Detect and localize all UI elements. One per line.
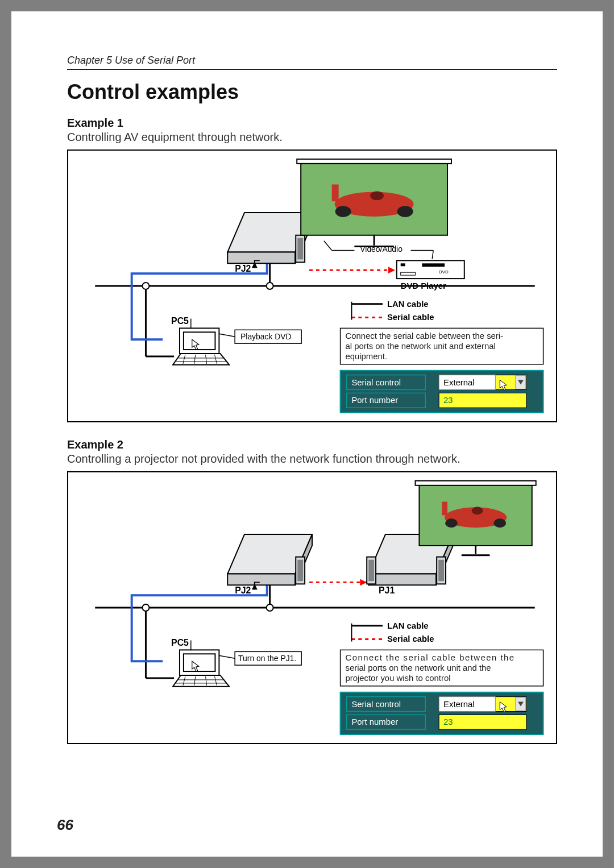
svg-point-78 bbox=[493, 518, 506, 528]
note-l2: serial ports on the network unit and the bbox=[346, 663, 491, 672]
projector-pj2-icon bbox=[227, 534, 312, 585]
serial-cable-legend: Serial cable bbox=[387, 313, 434, 322]
example2-heading: Example 2 bbox=[67, 438, 557, 451]
serial-control-ui-panel: rial control rt number Serial control Po… bbox=[341, 692, 544, 734]
svg-rect-35 bbox=[184, 332, 215, 350]
lan-cable-legend: LAN cable bbox=[387, 300, 429, 309]
svg-rect-69 bbox=[368, 560, 374, 582]
pj2-label: PJ2 bbox=[235, 585, 251, 595]
svg-point-55 bbox=[143, 604, 150, 611]
svg-line-94 bbox=[219, 655, 235, 658]
ui-port-number-label: Port number bbox=[351, 717, 398, 726]
dvd-player-icon bbox=[397, 260, 464, 279]
note-l3: projector you wish to control bbox=[346, 674, 451, 683]
pj2-label: PJ2 bbox=[235, 264, 251, 273]
svg-marker-58 bbox=[227, 574, 295, 585]
ui-port-value: 23 bbox=[443, 396, 453, 405]
svg-line-44 bbox=[219, 334, 235, 337]
ui-port-value: 23 bbox=[443, 717, 453, 726]
serial-cable-legend: Serial cable bbox=[387, 634, 434, 643]
svg-point-53 bbox=[267, 604, 273, 611]
chapter-header: Chapter 5 Use of Serial Port bbox=[67, 55, 557, 70]
pc5-label: PC5 bbox=[171, 638, 189, 647]
ui-external-value: External bbox=[443, 378, 475, 387]
svg-rect-85 bbox=[184, 654, 215, 671]
svg-point-79 bbox=[472, 506, 483, 514]
dvd-player-label: DVD Player bbox=[401, 281, 446, 290]
svg-rect-71 bbox=[438, 560, 444, 582]
svg-text:DVD: DVD bbox=[439, 269, 449, 275]
video-audio-label: Video/Audio bbox=[360, 245, 403, 254]
svg-rect-61 bbox=[297, 560, 303, 582]
ui-serial-control-label: Serial control bbox=[351, 378, 401, 387]
example1-heading: Example 1 bbox=[67, 117, 557, 130]
note-l3: equipment. bbox=[346, 352, 388, 361]
page-number: 66 bbox=[57, 816, 73, 834]
svg-marker-64 bbox=[360, 579, 367, 585]
page-title: Control examples bbox=[67, 80, 557, 104]
svg-point-2 bbox=[267, 283, 273, 289]
svg-point-77 bbox=[445, 518, 458, 528]
pc5-label: PC5 bbox=[171, 316, 189, 326]
svg-marker-7 bbox=[227, 252, 295, 264]
serial-control-ui-panel: rial control rt number Serial control Po… bbox=[341, 371, 544, 413]
svg-rect-15 bbox=[422, 263, 445, 267]
note-l1: Connect the serial cable between the bbox=[346, 653, 515, 662]
example1-desc: Controlling AV equipment through network… bbox=[67, 131, 557, 144]
laptop-pc5-icon bbox=[173, 650, 229, 686]
svg-point-25 bbox=[370, 191, 384, 200]
pj1-label: PJ1 bbox=[379, 585, 395, 595]
playback-dvd-text: Playback DVD bbox=[240, 332, 291, 341]
ui-serial-control-label: Serial control bbox=[351, 700, 401, 709]
svg-rect-80 bbox=[442, 502, 447, 516]
svg-line-30 bbox=[432, 251, 433, 259]
svg-marker-86 bbox=[173, 675, 229, 687]
svg-point-23 bbox=[335, 206, 351, 217]
example1-diagram: PJ2 DVD DVD Player bbox=[67, 149, 557, 422]
svg-rect-10 bbox=[297, 238, 303, 260]
svg-marker-36 bbox=[173, 354, 229, 365]
turn-on-pj1-text: Turn on the PJ1. bbox=[238, 654, 296, 663]
svg-line-29 bbox=[324, 241, 332, 251]
svg-rect-19 bbox=[297, 159, 451, 164]
projector-pj2-icon bbox=[227, 213, 312, 263]
projection-screen-icon bbox=[297, 159, 451, 247]
note-l2: al ports on the network unit and externa… bbox=[346, 342, 496, 351]
svg-rect-26 bbox=[332, 185, 339, 202]
example2-diagram: PJ2 PJ1 bbox=[67, 471, 557, 744]
example2-desc: Controlling a projector not provided wit… bbox=[67, 452, 557, 466]
projection-screen-icon bbox=[415, 481, 536, 555]
svg-point-4 bbox=[143, 283, 150, 289]
laptop-pc5-icon bbox=[173, 328, 229, 364]
svg-marker-66 bbox=[368, 574, 436, 585]
ui-port-number-label: Port number bbox=[351, 396, 398, 405]
page: Chapter 5 Use of Serial Port Control exa… bbox=[11, 11, 603, 857]
ui-external-value: External bbox=[443, 700, 475, 709]
svg-rect-14 bbox=[401, 263, 405, 266]
svg-rect-73 bbox=[415, 481, 536, 485]
note-l1: Connect the serial cable between the ser… bbox=[346, 331, 504, 340]
lan-cable-legend: LAN cable bbox=[387, 621, 429, 630]
svg-point-24 bbox=[397, 206, 413, 217]
svg-marker-13 bbox=[388, 267, 395, 273]
